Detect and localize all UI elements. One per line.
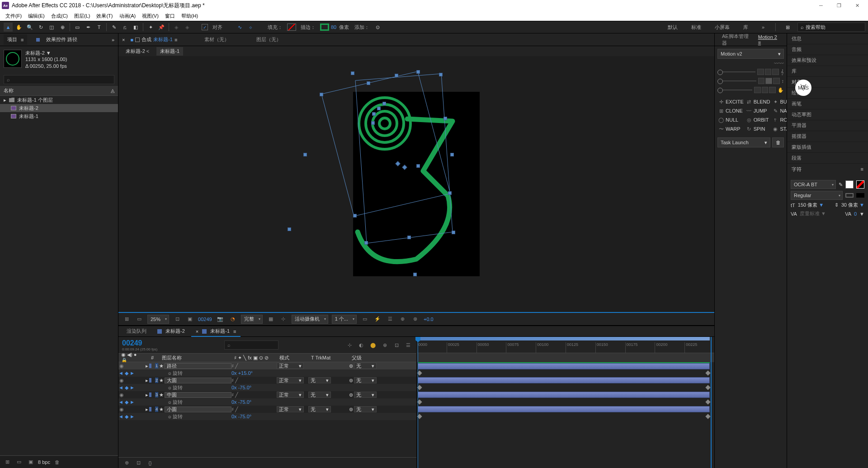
menu-layer[interactable]: 图层(L) — [71, 12, 93, 20]
hand-icon[interactable]: ✋ — [778, 87, 784, 93]
timeline-track-prop[interactable] — [417, 398, 714, 406]
timecode[interactable]: 00249 — [122, 339, 157, 347]
tl-toggle-icon[interactable]: ⊡ — [134, 459, 143, 468]
menu-window[interactable]: 窗口 — [162, 12, 178, 20]
layer-row[interactable]: ◉▸ 4★ 小圆♯ ╱正常 ▾无▾⊚ 无▾ — [118, 406, 416, 413]
snap-checkbox[interactable] — [202, 24, 208, 30]
handle[interactable] — [450, 153, 454, 156]
composition-canvas[interactable] — [353, 92, 480, 276]
tl-tab-render[interactable]: 渲染队列 — [122, 326, 151, 336]
stroke-color[interactable] — [856, 180, 864, 189]
timeline-right[interactable]: 0000000250005000075001000012500150001750… — [417, 337, 714, 468]
col-options-icon[interactable]: ◬ — [111, 88, 114, 94]
swap-colors-icon[interactable] — [845, 193, 854, 198]
ruler-tick[interactable]: 00025 — [447, 342, 476, 353]
layer-property-row[interactable]: ◄ ◆ ►⌾ 旋转0x -75.0° — [118, 413, 416, 420]
guides-icon[interactable]: ⊹ — [279, 315, 288, 324]
selection-tool-icon[interactable]: ▲ — [4, 23, 13, 32]
menu-edit[interactable]: 编辑(E) — [25, 12, 47, 20]
viewer-tab-layer[interactable]: 图层（无） — [253, 34, 285, 45]
bpc-label[interactable]: 8 bpc — [38, 459, 50, 465]
handle[interactable] — [395, 74, 398, 77]
grid-icon[interactable]: ▦ — [266, 315, 275, 324]
kerning-value[interactable]: 度量标准 ▼ — [800, 210, 826, 217]
zoom-dropdown[interactable]: 25% — [147, 315, 169, 324]
pixel-aspect-icon[interactable]: ▭ — [360, 315, 369, 324]
close-tab-icon[interactable]: × — [122, 37, 125, 43]
show-snapshot-icon[interactable]: ◔ — [228, 315, 237, 324]
pan-behind-tool-icon[interactable]: ⊕ — [58, 23, 67, 32]
work-area-end[interactable] — [711, 337, 712, 468]
timeline-track-prop[interactable] — [417, 384, 714, 391]
anchor-bl[interactable] — [754, 87, 761, 93]
tl-tool-icon[interactable]: ◐ — [357, 340, 366, 350]
help-search[interactable]: ⌕ 搜索帮助 — [797, 23, 865, 32]
bezier-icon[interactable]: ∿ — [235, 23, 244, 32]
snapshot-icon[interactable]: 📷 — [216, 315, 225, 324]
clone-tool-icon[interactable]: ⎌ — [120, 23, 129, 32]
handle[interactable] — [448, 191, 452, 195]
font-size[interactable]: 150 像素 ▼ — [798, 202, 824, 208]
screen-icon[interactable]: ▭ — [135, 315, 144, 324]
tracking[interactable]: 0 — [854, 211, 857, 217]
tl-tab[interactable]: 未标题-2 — [153, 326, 189, 336]
frame-display[interactable]: 00249 — [198, 317, 212, 322]
timeline-ruler[interactable]: 0000000250005000075001000012500150001750… — [417, 337, 714, 353]
viewer-tab-comp[interactable]: ■ 合成 未标题-1 ≡ — [127, 34, 181, 45]
anchor-br[interactable] — [769, 87, 776, 93]
panel-mask-interp[interactable]: 蒙版插值 — [787, 142, 868, 153]
motion2-action-excite[interactable]: ✛EXCITE — [717, 98, 745, 106]
panel-wiggler[interactable]: 摇摆器 — [787, 131, 868, 142]
panel-character[interactable]: 字符≡ — [787, 164, 868, 175]
project-tab[interactable]: 项目≡ — [4, 34, 27, 45]
reset-exposure-icon[interactable]: ⊗ — [411, 315, 420, 324]
layer-row[interactable]: ◉▸ 2★ 大圆♯ ╱正常 ▾无▾⊚ 无▾ — [118, 377, 416, 384]
playhead[interactable] — [418, 337, 418, 468]
handle[interactable] — [372, 112, 376, 116]
handle[interactable] — [416, 164, 420, 168]
motion2-action-null[interactable]: ◯NULL — [717, 116, 745, 124]
motion2-tab-motion2[interactable]: Motion 2 ≡ — [755, 33, 783, 47]
handle[interactable] — [452, 231, 455, 234]
maximize-button[interactable]: ❐ — [830, 0, 848, 11]
workspace-standard[interactable]: 标准 — [687, 22, 706, 33]
motion2-preset-select[interactable]: Motion v2▾ — [717, 49, 784, 59]
anchor-ml[interactable] — [758, 78, 765, 84]
pen-tool-icon[interactable]: ✒ — [84, 23, 93, 32]
tl-toggle-icon[interactable]: ⊕ — [122, 459, 131, 468]
flowchart-icon[interactable]: ⊕ — [398, 315, 407, 324]
menu-composition[interactable]: 合成(C) — [48, 12, 71, 20]
new-folder-icon[interactable]: ▣ — [26, 458, 35, 467]
viewer-tab-footage[interactable]: 素材（无） — [201, 34, 233, 45]
menu-view[interactable]: 视图(V) — [139, 12, 161, 20]
brush-tool-icon[interactable]: ✎ — [109, 23, 118, 32]
minimize-button[interactable]: ─ — [812, 0, 830, 11]
lock-icon[interactable] — [135, 38, 140, 42]
panel-close-icon[interactable]: » — [112, 37, 114, 43]
layer-search-input[interactable] — [224, 340, 278, 350]
handle[interactable] — [413, 273, 417, 276]
ruler-tick[interactable]: 00150 — [595, 342, 625, 353]
ruler-tick[interactable]: 00075 — [506, 342, 536, 353]
task-launch-select[interactable]: Task Launch▾ — [717, 137, 770, 147]
fill-swatch[interactable] — [287, 24, 296, 31]
motion2-tab-scripts[interactable]: AE脚本管理器 — [718, 31, 755, 48]
stroke-swatch[interactable] — [320, 24, 329, 31]
layer-property-row[interactable]: ◄ ◆ ►⌾ 旋转0x -75.0° — [118, 384, 416, 391]
panel-motion-sketch[interactable]: 动态草图 — [787, 109, 868, 120]
fill-color[interactable] — [845, 180, 854, 189]
full-dropdown[interactable]: 完整 — [241, 315, 263, 324]
fast-preview-icon[interactable]: ⚡ — [373, 315, 382, 324]
panel-effects[interactable]: 效果和预设 — [787, 55, 868, 66]
handle[interactable] — [407, 236, 411, 239]
stroke-width[interactable]: 80 — [331, 24, 336, 30]
workspace-default[interactable]: 默认 — [663, 22, 682, 33]
timeline-tracks[interactable] — [417, 362, 714, 420]
fx-tab[interactable]: 效果控件 路径 — [42, 34, 81, 45]
link-icon[interactable]: 𝄞 — [781, 69, 784, 75]
menu-help[interactable]: 帮助(H) — [179, 12, 201, 20]
panel-align[interactable]: 对齐 MAS — [787, 77, 868, 88]
layer-row[interactable]: ◉▸ 3★ 中圆♯ ╱正常 ▾无▾⊚ 无▾ — [118, 391, 416, 398]
motion2-slider[interactable] — [717, 90, 752, 90]
motion2-action-clone[interactable]: ⊞CLONE — [717, 107, 745, 115]
